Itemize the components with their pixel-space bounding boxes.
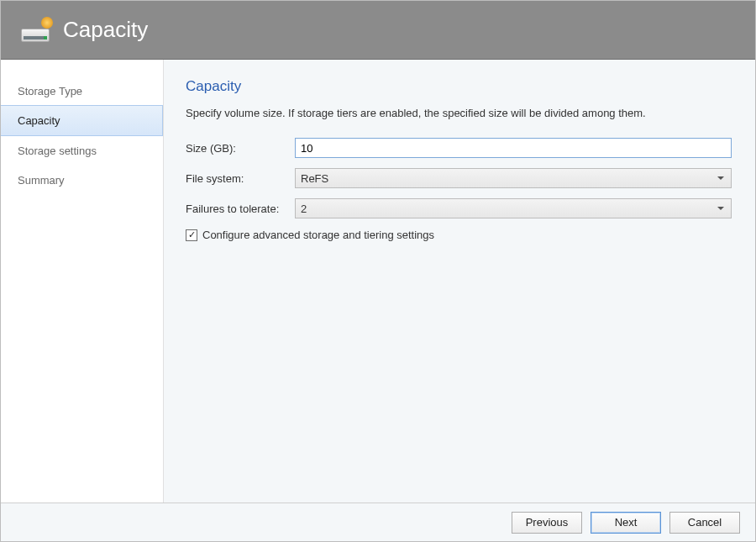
sidebar-item-label: Capacity [18, 114, 60, 127]
failures-value: 2 [301, 203, 307, 215]
previous-button[interactable]: Previous [512, 512, 582, 534]
wizard-footer: Previous Next Cancel [1, 503, 755, 541]
failures-select[interactable]: 2 [295, 198, 732, 218]
sidebar-item-label: Storage settings [18, 145, 97, 157]
capacity-icon [21, 18, 50, 42]
sidebar-item-label: Storage Type [18, 85, 82, 97]
page-description: Specify volume size. If storage tiers ar… [186, 107, 732, 119]
sidebar-item-capacity[interactable]: Capacity [1, 105, 163, 136]
advanced-label: Configure advanced storage and tiering s… [202, 229, 434, 241]
wizard-sidebar: Storage Type Capacity Storage settings S… [1, 60, 164, 503]
content-area: Capacity Specify volume size. If storage… [164, 60, 755, 503]
advanced-checkbox[interactable]: ✓ [186, 229, 197, 241]
size-row: Size (GB): [186, 138, 732, 158]
file-system-label: File system: [186, 172, 295, 185]
button-label: Cancel [688, 516, 722, 529]
sidebar-item-storage-type[interactable]: Storage Type [1, 76, 163, 106]
size-label: Size (GB): [186, 142, 295, 155]
wizard-header: Capacity [1, 1, 755, 60]
failures-row: Failures to tolerate: 2 [186, 198, 732, 218]
file-system-row: File system: ReFS [186, 168, 732, 188]
sidebar-item-summary[interactable]: Summary [1, 166, 163, 195]
page-title: Capacity [186, 78, 732, 95]
file-system-select[interactable]: ReFS [295, 168, 732, 188]
header-title: Capacity [63, 17, 148, 43]
cancel-button[interactable]: Cancel [669, 512, 740, 534]
button-label: Previous [526, 516, 569, 529]
advanced-row: ✓ Configure advanced storage and tiering… [186, 229, 732, 241]
wizard-body: Storage Type Capacity Storage settings S… [1, 60, 755, 503]
next-button[interactable]: Next [591, 512, 661, 534]
sidebar-item-label: Summary [18, 174, 65, 187]
failures-label: Failures to tolerate: [186, 203, 295, 215]
size-input[interactable] [295, 138, 732, 158]
button-label: Next [615, 516, 638, 529]
file-system-value: ReFS [301, 172, 328, 185]
sidebar-item-storage-settings[interactable]: Storage settings [1, 136, 163, 166]
